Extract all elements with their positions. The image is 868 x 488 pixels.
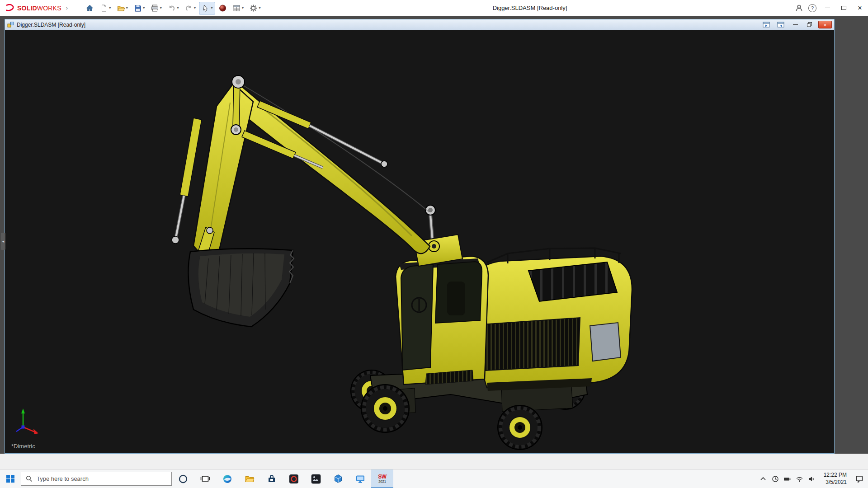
taskbar-app-solidworks[interactable]: SW 2021 bbox=[371, 469, 393, 488]
home-button[interactable] bbox=[83, 2, 96, 14]
front-left-wheel[interactable] bbox=[361, 385, 409, 432]
doc-close-button[interactable]: × bbox=[818, 21, 832, 28]
help-button[interactable]: ? bbox=[806, 0, 819, 16]
taskbar-app-cortana[interactable] bbox=[172, 469, 194, 488]
taskbar-app-photos[interactable] bbox=[305, 469, 327, 488]
search-input[interactable] bbox=[37, 475, 159, 482]
document-titlebar[interactable]: Digger.SLDASM [Read-only] bbox=[5, 19, 834, 30]
monitor-icon bbox=[355, 474, 366, 484]
dropdown-caret-icon[interactable]: ▾ bbox=[259, 6, 261, 10]
undo-icon bbox=[167, 4, 176, 12]
appearance-button[interactable] bbox=[216, 2, 229, 14]
view-orientation-label: *Dimetric bbox=[11, 443, 35, 450]
account-button[interactable] bbox=[792, 0, 806, 16]
tray-date: 3/5/2021 bbox=[824, 479, 847, 486]
open-folder-icon bbox=[117, 4, 125, 12]
collapse-panel-arrow[interactable]: ◂ bbox=[1, 233, 5, 250]
solidworks-2021-icon: SW 2021 bbox=[378, 474, 386, 483]
taskbar-app-3d-cube[interactable] bbox=[327, 469, 349, 488]
minimize-button[interactable] bbox=[819, 0, 835, 16]
taskbar-app-monitor[interactable] bbox=[349, 469, 371, 488]
new-document-icon bbox=[99, 4, 108, 12]
excavator-model[interactable] bbox=[172, 75, 632, 450]
tray-volume[interactable] bbox=[808, 475, 816, 483]
tray-clock-sync[interactable] bbox=[771, 475, 779, 483]
tray-battery[interactable] bbox=[783, 475, 792, 483]
logo-expand-icon[interactable]: › bbox=[66, 5, 68, 11]
bucket[interactable] bbox=[188, 249, 294, 327]
appearance-sphere-icon bbox=[218, 4, 227, 12]
taskbar-app-red[interactable] bbox=[283, 469, 305, 488]
dropdown-caret-icon[interactable]: ▾ bbox=[242, 6, 244, 10]
taskbar-app-store[interactable] bbox=[260, 469, 283, 488]
solidworks-logo: SOLIDWORKS › bbox=[5, 4, 68, 12]
close-icon: × bbox=[824, 22, 826, 28]
tray-network[interactable] bbox=[796, 475, 804, 483]
system-tray: 12:22 PM 3/5/2021 bbox=[759, 472, 868, 486]
close-icon: × bbox=[858, 5, 862, 12]
dropdown-caret-icon[interactable]: ▾ bbox=[126, 6, 128, 10]
doc-minimize-button[interactable] bbox=[789, 21, 801, 28]
taskbar-search[interactable] bbox=[21, 472, 172, 486]
print-icon bbox=[151, 4, 159, 12]
brand-text: SOLIDWORKS bbox=[17, 5, 61, 12]
select-cursor-icon bbox=[201, 4, 210, 12]
dropdown-caret-icon[interactable]: ▾ bbox=[177, 6, 179, 10]
cab[interactable] bbox=[396, 256, 488, 385]
undo-button[interactable]: ▾ bbox=[165, 2, 181, 14]
dropdown-caret-icon[interactable]: ▾ bbox=[109, 6, 111, 10]
minimize-icon bbox=[793, 24, 798, 25]
help-icon: ? bbox=[808, 4, 816, 12]
select-button[interactable]: ▾ bbox=[199, 2, 215, 14]
boom-mount[interactable] bbox=[414, 205, 462, 266]
dropdown-caret-icon[interactable]: ▾ bbox=[143, 6, 145, 10]
display-pane-button[interactable] bbox=[760, 21, 772, 28]
document-title: Digger.SLDASM [Read-only] bbox=[17, 22, 85, 28]
close-button[interactable]: × bbox=[852, 0, 868, 16]
app-titlebar: SOLIDWORKS › ▾ ▾ bbox=[0, 0, 868, 16]
maximize-icon bbox=[841, 6, 846, 10]
tray-clock-date[interactable]: 12:22 PM 3/5/2021 bbox=[824, 472, 847, 486]
engine-housing[interactable] bbox=[471, 248, 632, 391]
redo-button[interactable]: ▾ bbox=[182, 2, 198, 14]
tray-time: 12:22 PM bbox=[824, 472, 847, 479]
chevron-left-icon: ◂ bbox=[2, 239, 5, 244]
status-bar bbox=[0, 454, 868, 469]
save-button[interactable]: ▾ bbox=[131, 2, 147, 14]
main-toolbar: ▾ ▾ ▾ bbox=[83, 2, 263, 14]
graphics-area[interactable]: *Dimetric bbox=[5, 30, 834, 453]
maximize-button[interactable] bbox=[835, 0, 852, 16]
print-button[interactable]: ▾ bbox=[148, 2, 165, 14]
clock-icon bbox=[772, 475, 779, 483]
design-table-button[interactable]: ▾ bbox=[230, 2, 246, 14]
taskbar-app-edge[interactable] bbox=[216, 469, 238, 488]
dropdown-caret-icon[interactable]: ▾ bbox=[160, 6, 162, 10]
action-center-icon bbox=[855, 475, 863, 483]
gear-icon bbox=[249, 4, 258, 12]
taskbar-app-file-explorer[interactable] bbox=[238, 469, 260, 488]
split-view-icon bbox=[777, 21, 785, 28]
taskbar-app-task-view[interactable] bbox=[194, 469, 216, 488]
assembly-document-icon bbox=[7, 21, 14, 28]
split-view-button[interactable] bbox=[775, 21, 787, 28]
battery-icon bbox=[783, 475, 791, 483]
restore-icon bbox=[807, 22, 813, 28]
dropdown-caret-icon[interactable]: ▾ bbox=[211, 6, 213, 10]
options-button[interactable]: ▾ bbox=[247, 2, 263, 14]
display-pane-icon bbox=[763, 21, 770, 28]
tray-expand-button[interactable] bbox=[759, 475, 767, 483]
edge-icon bbox=[222, 474, 233, 484]
photos-icon bbox=[311, 474, 321, 484]
viewport-3d[interactable] bbox=[5, 30, 834, 453]
open-button[interactable]: ▾ bbox=[114, 2, 131, 14]
store-bag-icon bbox=[266, 474, 277, 484]
front-right-wheel[interactable] bbox=[498, 405, 542, 450]
volume-icon bbox=[808, 475, 816, 483]
cube-3d-icon bbox=[333, 474, 344, 484]
new-document-button[interactable]: ▾ bbox=[97, 2, 113, 14]
dropdown-caret-icon[interactable]: ▾ bbox=[194, 6, 196, 10]
start-button[interactable] bbox=[0, 469, 21, 488]
doc-restore-button[interactable] bbox=[804, 21, 816, 28]
action-center-button[interactable] bbox=[855, 475, 863, 483]
redo-icon bbox=[184, 4, 193, 12]
